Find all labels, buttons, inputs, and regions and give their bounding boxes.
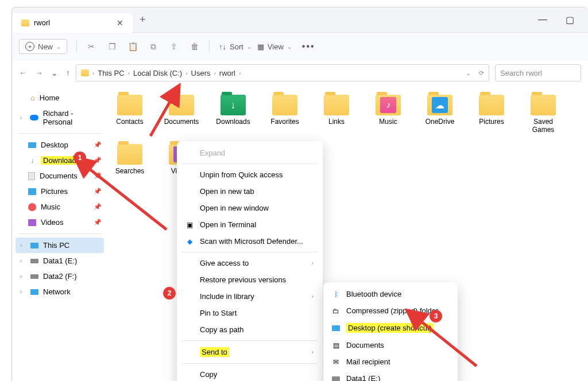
chevron-right-icon[interactable]: › [20, 115, 25, 121]
sidebar-home[interactable]: ⌂ Home [16, 90, 104, 106]
sidebar-label: Pictures [41, 187, 68, 196]
folder-icon [21, 20, 29, 26]
chevron-right-icon[interactable]: › [20, 289, 26, 295]
drive-icon [331, 374, 341, 382]
cloud-icon [30, 115, 38, 120]
home-icon: ⌂ [30, 94, 35, 102]
drive-icon [30, 274, 38, 279]
up-icon[interactable]: ↑ [66, 68, 70, 77]
sidebar-data2[interactable]: › Data2 (F:) [16, 269, 104, 284]
chevron-right-icon[interactable]: › [20, 258, 26, 264]
folder-label: Saved Games [525, 118, 561, 134]
sidebar-label: Music [41, 203, 60, 211]
sidebar-label: Videos [41, 218, 64, 227]
folder-contacts[interactable]: Contacts [112, 95, 148, 134]
minimize-icon[interactable]: — [538, 14, 547, 25]
sidebar-label: Home [40, 94, 60, 102]
ctx-sendto-label-highlighted: Send to [200, 347, 229, 357]
folder-label: Contacts [116, 118, 143, 126]
folder-music[interactable]: Music [370, 95, 406, 134]
view-button[interactable]: ▦ View ⌄ [257, 42, 292, 51]
sidebar-network[interactable]: › Network [16, 284, 104, 300]
sidebar-personal[interactable]: › Richard - Personal [16, 106, 104, 130]
folder-pictures[interactable]: Pictures [474, 95, 509, 134]
music-icon [28, 203, 36, 211]
sidebar-label: Network [43, 287, 71, 296]
breadcrumb-seg[interactable]: Users [191, 69, 211, 77]
annotation-arrow [80, 161, 172, 238]
folder-onedrive[interactable]: OneDrive [422, 95, 458, 134]
ctx-library[interactable]: Include in library› [177, 288, 323, 305]
picture-icon [28, 188, 36, 195]
ctx-restore[interactable]: Restore previous versions [177, 271, 323, 288]
folder-label: Pictures [479, 118, 504, 126]
ctx-terminal[interactable]: ▣Open in Terminal [177, 216, 323, 233]
new-button[interactable]: + New ⌄ [19, 39, 67, 54]
ctx-pinstart[interactable]: Pin to Start [177, 305, 323, 321]
window-controls: — ▢ [538, 14, 588, 25]
annotation-arrow [145, 93, 179, 141]
chevron-right-icon[interactable]: › [20, 242, 26, 248]
desktop-icon [331, 324, 341, 333]
network-icon [30, 289, 38, 295]
document-icon: ▤ [331, 341, 341, 350]
ctx-newtab[interactable]: Open in new tab [177, 183, 323, 200]
cut-icon[interactable]: ✂ [86, 41, 96, 52]
tab-current[interactable]: rworl ✕ [12, 13, 133, 33]
sidebar-thispc[interactable]: › This PC [16, 238, 104, 253]
ctx-copy[interactable]: Copy [177, 366, 323, 381]
share-icon[interactable]: ⇪ [169, 41, 179, 52]
refresh-icon[interactable]: ⟳ [479, 69, 484, 77]
shield-icon: ◆ [185, 237, 194, 246]
sendto-bluetooth[interactable]: ᛒBluetooth device [323, 286, 458, 302]
folder-savedgames[interactable]: Saved Games [525, 95, 561, 134]
breadcrumb-seg[interactable]: Local Disk (C:) [133, 69, 182, 77]
ctx-defender[interactable]: ◆Scan with Microsoft Defender... [177, 233, 323, 250]
ctx-sendto[interactable]: Send to› [177, 343, 323, 361]
breadcrumb-seg[interactable]: This PC [98, 69, 124, 77]
maximize-icon[interactable]: ▢ [566, 14, 574, 25]
chevron-down-icon: ⌄ [247, 44, 252, 50]
sort-icon: ↑↓ [219, 42, 226, 51]
chevron-down-icon[interactable]: ⌄ [466, 69, 471, 77]
rename-icon[interactable]: ⧉ [148, 41, 158, 52]
address-bar[interactable]: › This PC › Local Disk (C:) › Users › rw… [76, 64, 489, 81]
folder-favorites[interactable]: Favorites [267, 95, 303, 134]
more-icon[interactable]: ••• [302, 41, 315, 52]
ctx-unpin[interactable]: Unpin from Quick access [177, 166, 323, 183]
paste-icon[interactable]: 📋 [127, 41, 138, 52]
search-input[interactable]: Search rworl [495, 64, 581, 81]
tab-title: rworl [34, 18, 50, 27]
ctx-access[interactable]: Give access to› [177, 255, 323, 271]
chevron-right-icon: › [312, 293, 314, 300]
drive-icon [30, 259, 38, 263]
new-tab-button[interactable]: + [140, 14, 146, 26]
folder-links[interactable]: Links [319, 95, 354, 134]
pc-icon [30, 243, 38, 248]
sidebar-desktop[interactable]: Desktop 📌 [24, 137, 104, 153]
ctx-newwindow[interactable]: Open in new window [177, 200, 323, 216]
chevron-right-icon: › [185, 70, 187, 76]
sidebar-data1[interactable]: › Data1 (E:) [16, 253, 104, 269]
folder-label: Music [379, 118, 397, 126]
copy-icon[interactable]: ❐ [107, 41, 117, 52]
chevron-down-icon: ⌄ [287, 44, 292, 50]
new-label: New [38, 42, 53, 51]
svg-line-5 [418, 319, 477, 366]
pin-icon[interactable]: 📌 [94, 141, 102, 149]
folder-downloads[interactable]: Downloads [215, 95, 251, 134]
back-icon[interactable]: ← [19, 68, 27, 77]
breadcrumb-seg[interactable]: rworl [219, 69, 235, 77]
chevron-right-icon[interactable]: › [20, 273, 26, 279]
sort-button[interactable]: ↑↓ Sort ⌄ [219, 42, 252, 51]
recent-icon[interactable]: ⌄ [51, 68, 58, 77]
sidebar-label: Documents [40, 172, 78, 180]
chevron-right-icon: › [312, 349, 314, 355]
delete-icon[interactable]: 🗑 [189, 41, 200, 52]
ctx-copypath[interactable]: Copy as path [177, 321, 323, 338]
video-icon [28, 219, 36, 226]
navbar: ← → ⌄ ↑ › This PC › Local Disk (C:) › Us… [12, 60, 588, 85]
forward-icon[interactable]: → [35, 68, 43, 77]
close-tab-icon[interactable]: ✕ [117, 18, 123, 28]
view-icon: ▦ [257, 42, 264, 51]
